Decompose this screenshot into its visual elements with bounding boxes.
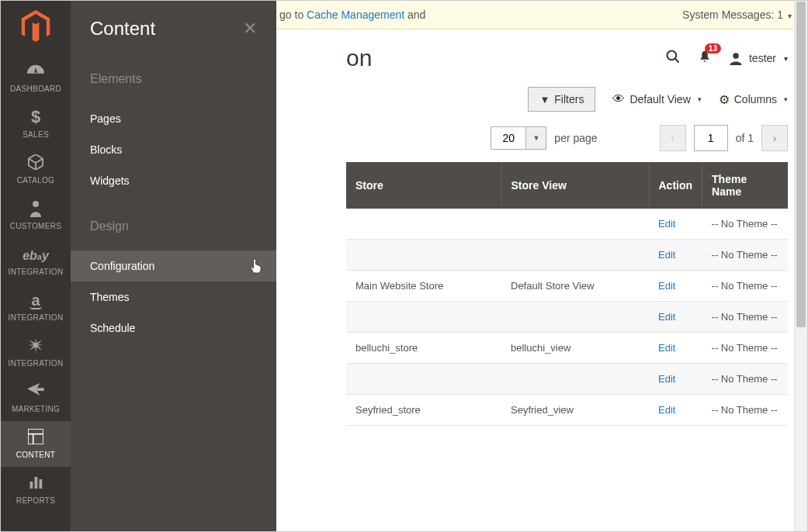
scrollbar-thumb[interactable] bbox=[796, 2, 806, 327]
edit-link[interactable]: Edit bbox=[658, 249, 675, 261]
cell-store-view bbox=[501, 302, 649, 333]
default-view-dropdown[interactable]: 👁 Default View bbox=[612, 92, 701, 106]
edit-link[interactable]: Edit bbox=[658, 342, 675, 354]
nav-icon bbox=[1, 200, 71, 217]
flyout-link-schedule[interactable]: Schedule bbox=[90, 313, 257, 344]
gear-icon: ⚙ bbox=[719, 92, 730, 107]
cell-store: belluchi_store bbox=[346, 333, 501, 364]
cell-action: Edit bbox=[649, 395, 702, 426]
nav-integration[interactable]: ebayINTEGRATION bbox=[1, 238, 71, 284]
nav-label: CUSTOMERS bbox=[1, 222, 71, 230]
cell-store: Seyfried_store bbox=[346, 395, 501, 426]
columns-dropdown[interactable]: ⚙ Columns bbox=[719, 92, 788, 107]
username-label: tester bbox=[749, 52, 776, 64]
cell-store-view bbox=[501, 209, 649, 240]
edit-link[interactable]: Edit bbox=[658, 373, 675, 385]
nav-marketing[interactable]: MARKETING bbox=[1, 375, 71, 421]
next-page-button[interactable]: › bbox=[761, 125, 788, 151]
svg-point-7 bbox=[667, 50, 676, 60]
cell-store-view: Seyfried_view bbox=[501, 395, 649, 426]
cell-store bbox=[346, 240, 501, 271]
edit-link[interactable]: Edit bbox=[658, 311, 675, 323]
nav-label: INTEGRATION bbox=[1, 268, 71, 276]
table-row: Edit-- No Theme -- bbox=[346, 240, 788, 271]
cell-theme: -- No Theme -- bbox=[702, 209, 788, 240]
page-size-input[interactable] bbox=[491, 127, 525, 149]
nav-label: REPORTS bbox=[1, 496, 71, 505]
magento-logo[interactable] bbox=[20, 9, 51, 43]
nav-dashboard[interactable]: DASHBOARD bbox=[1, 55, 71, 101]
cursor-icon bbox=[250, 258, 262, 276]
cell-action: Edit bbox=[649, 364, 702, 395]
cell-theme: -- No Theme -- bbox=[702, 271, 788, 302]
cell-store bbox=[346, 364, 501, 395]
cell-theme: -- No Theme -- bbox=[702, 395, 788, 426]
cell-store: Main Website Store bbox=[346, 271, 501, 302]
table-row: Seyfried_storeSeyfried_viewEdit-- No The… bbox=[346, 395, 788, 426]
content-flyout: Content ✕ ElementsPagesBlocksWidgetsDesi… bbox=[71, 1, 276, 531]
flyout-link-blocks[interactable]: Blocks bbox=[90, 134, 257, 165]
cell-action: Edit bbox=[649, 302, 702, 333]
flyout-link-configuration[interactable]: Configuration bbox=[71, 250, 276, 282]
nav-integration[interactable]: aINTEGRATION bbox=[1, 284, 71, 330]
cache-management-link[interactable]: Cache Management bbox=[307, 9, 404, 21]
cell-action: Edit bbox=[649, 271, 702, 302]
nav-icon bbox=[1, 337, 71, 354]
per-page-label: per page bbox=[554, 132, 597, 144]
chevron-down-icon[interactable]: ▼ bbox=[525, 127, 546, 149]
col-store-view[interactable]: Store View bbox=[501, 162, 649, 209]
flyout-link-themes[interactable]: Themes bbox=[90, 282, 257, 313]
svg-point-0 bbox=[33, 201, 39, 207]
admin-sidebar: DASHBOARD$SALESCATALOGCUSTOMERSebayINTEG… bbox=[1, 1, 71, 531]
prev-page-button[interactable]: ‹ bbox=[660, 125, 686, 151]
nav-content[interactable]: CONTENT bbox=[1, 421, 71, 467]
nav-icon bbox=[1, 429, 71, 446]
nav-sales[interactable]: $SALES bbox=[1, 101, 71, 147]
nav-label: SALES bbox=[1, 130, 71, 139]
nav-icon: ebay bbox=[1, 246, 71, 263]
cell-store-view: Default Store View bbox=[501, 271, 649, 302]
col-theme[interactable]: Theme Name bbox=[702, 162, 788, 209]
table-row: Edit-- No Theme -- bbox=[346, 302, 788, 333]
flyout-link-pages[interactable]: Pages bbox=[90, 103, 257, 134]
edit-link[interactable]: Edit bbox=[658, 404, 675, 416]
filters-label: Filters bbox=[554, 93, 584, 105]
current-page-input[interactable] bbox=[694, 125, 728, 151]
filters-button[interactable]: ▼ Filters bbox=[528, 87, 595, 112]
page-size-select[interactable]: ▼ bbox=[491, 126, 546, 150]
nav-catalog[interactable]: CATALOG bbox=[1, 147, 71, 192]
nav-label: DASHBOARD bbox=[1, 85, 71, 93]
edit-link[interactable]: Edit bbox=[658, 218, 675, 230]
flyout-link-widgets[interactable]: Widgets bbox=[90, 165, 257, 196]
cell-store bbox=[346, 302, 501, 333]
flyout-section-design: Design bbox=[90, 219, 257, 233]
cell-theme: -- No Theme -- bbox=[702, 240, 788, 271]
cell-action: Edit bbox=[649, 209, 702, 240]
close-icon[interactable]: ✕ bbox=[243, 19, 257, 39]
user-menu[interactable]: tester bbox=[729, 51, 788, 65]
cell-theme: -- No Theme -- bbox=[702, 302, 788, 333]
nav-integration[interactable]: INTEGRATION bbox=[1, 330, 71, 375]
nav-icon bbox=[1, 475, 71, 492]
nav-label: INTEGRATION bbox=[1, 359, 71, 368]
col-store[interactable]: Store bbox=[346, 162, 501, 209]
page-of-label: of 1 bbox=[736, 132, 754, 144]
cell-action: Edit bbox=[649, 240, 702, 271]
table-row: Edit-- No Theme -- bbox=[346, 364, 788, 395]
nav-customers[interactable]: CUSTOMERS bbox=[1, 192, 71, 238]
notifications-icon[interactable]: 13 bbox=[698, 50, 712, 67]
system-messages-dropdown[interactable]: System Messages: 1 bbox=[682, 9, 792, 21]
edit-link[interactable]: Edit bbox=[658, 280, 675, 292]
nav-icon bbox=[1, 383, 71, 400]
default-view-label: Default View bbox=[629, 93, 690, 105]
cell-store-view: belluchi_view bbox=[501, 333, 649, 364]
table-row: belluchi_storebelluchi_viewEdit-- No The… bbox=[346, 333, 788, 364]
nav-icon bbox=[1, 63, 71, 80]
nav-reports[interactable]: REPORTS bbox=[1, 467, 71, 513]
table-row: Main Website StoreDefault Store ViewEdit… bbox=[346, 271, 788, 302]
cell-store bbox=[346, 209, 501, 240]
nav-label: CONTENT bbox=[1, 451, 71, 459]
window-scrollbar[interactable] bbox=[794, 1, 807, 531]
search-icon[interactable] bbox=[665, 49, 681, 68]
col-action[interactable]: Action bbox=[649, 162, 702, 209]
